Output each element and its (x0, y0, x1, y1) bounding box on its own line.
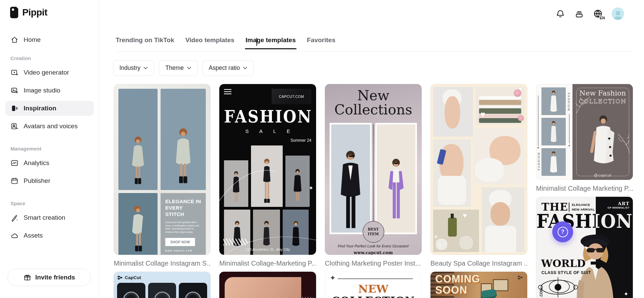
heart-icon: ♥ (480, 110, 485, 119)
invite-friends-label: Invite friends (35, 274, 75, 281)
sidebar-item-video-generator[interactable]: Video generator (5, 65, 94, 80)
capcut-brand: CapCut (117, 275, 207, 280)
template-title: Minimalist Collage Instagram S... (114, 255, 211, 272)
help-button[interactable]: ? (552, 221, 573, 242)
template-title: Minimalist Collage Marketing P... (536, 180, 633, 197)
language-button[interactable]: EN (593, 8, 604, 19)
sidebar-item-label: Assets (24, 232, 43, 239)
eye-line-art (538, 277, 578, 297)
sidebar-item-label: Analytics (24, 159, 49, 167)
dashboard-tiles (117, 283, 207, 298)
gauge-graphic (185, 292, 201, 298)
notifications-button[interactable] (555, 8, 566, 19)
art-line2: OF MINIMALIST (608, 206, 629, 209)
sidebar-item-analytics[interactable]: Analytics (5, 156, 94, 170)
tab-favorites[interactable]: Favorites (307, 36, 335, 49)
grid-column-2: CAPCUT.COM FASHION S A L E Summer 24 (219, 84, 316, 298)
poster-address: 123 Anywhere St., Any City (219, 247, 316, 251)
poster-photo (118, 193, 158, 255)
poster-photo (251, 145, 283, 207)
sidebar-section-management: Management (10, 146, 94, 152)
poster-world: WORLD (541, 258, 586, 269)
sidebar-item-image-studio[interactable]: Image studio (5, 83, 94, 98)
content-tabs: Trending on TikTok Video templates Image… (116, 36, 335, 49)
tab-video-templates[interactable]: Video templates (185, 36, 234, 49)
sparkle-icon: ✦ (434, 234, 438, 240)
model-figure (583, 114, 623, 178)
poster-season: Summer 24 (224, 138, 311, 143)
inspiration-icon (10, 104, 19, 112)
poster-photo (375, 123, 417, 234)
app-name: Pippit (22, 7, 47, 18)
template-card-coming-soon[interactable]: COMING SOON (430, 272, 527, 298)
soon-line: SOON (435, 285, 480, 296)
divider-line (338, 278, 413, 279)
chevron-down-icon (187, 66, 191, 70)
avatar[interactable] (612, 7, 624, 20)
app-logo[interactable]: Pippit (10, 7, 47, 18)
model-figure (546, 89, 561, 115)
poster-photo (433, 139, 471, 207)
sparkle-icon: ✦ (309, 185, 313, 192)
sidebar-item-assets[interactable]: Assets (5, 228, 94, 243)
sidebar-item-smart-creation[interactable]: Smart creation (5, 210, 94, 225)
divider-line (569, 114, 569, 143)
poster-photo (225, 277, 301, 298)
poster-site: www.capcut.com (165, 249, 201, 252)
filter-label: Aspect ratio (209, 64, 240, 72)
drafts-button[interactable] (574, 8, 585, 19)
wall-frame (493, 279, 508, 291)
topbar-actions: EN (555, 7, 624, 20)
sidebar-item-home[interactable]: Home (5, 32, 94, 47)
model-figure (382, 152, 410, 233)
poster-headline: FASHION (536, 210, 633, 233)
sidebar-item-inspiration[interactable]: Inspiration (5, 101, 94, 116)
poster-headline-line1: NEW (325, 282, 422, 295)
model-figure (290, 166, 305, 207)
poster-photo (117, 283, 145, 298)
tab-trending-on-tiktok[interactable]: Trending on TikTok (116, 36, 174, 49)
poster-headline-line2: Collections (325, 103, 422, 117)
grid-column-1: ELEGANCE IN EVERY STITCH Unlock your inn… (114, 84, 211, 298)
poster-photo (148, 283, 176, 298)
poster-photo (285, 156, 310, 207)
poster-handle: @capcut (572, 173, 633, 177)
template-card-fashion-magazine[interactable]: THE ELEGANCE NEW ARRIVAL ART OF MINIMALI… (536, 197, 633, 298)
sidebar-item-publisher[interactable]: Publisher (5, 173, 94, 188)
home-icon (10, 36, 19, 44)
poster-photo-strip: FASHION FASHION ✦ ✦ (536, 84, 572, 180)
text-cursor (256, 38, 257, 46)
template-card-lips-beauty[interactable] (219, 272, 316, 298)
assets-cloud-icon (10, 232, 19, 240)
tabs-divider (116, 51, 633, 52)
poster-headline: COMING SOON (435, 274, 480, 296)
sidebar-item-label: Image studio (24, 87, 60, 94)
sidebar-item-label: Smart creation (24, 214, 65, 221)
sparkle-icon: ✦ (439, 243, 442, 248)
template-card-minimalist-collage-instagram[interactable]: ELEGANCE IN EVERY STITCH Unlock your inn… (114, 84, 211, 255)
tab-image-templates[interactable]: Image templates (246, 36, 296, 49)
template-title: Beauty Spa Collage Instagram ... (430, 255, 527, 272)
template-card-new-collections[interactable]: New Collections BEST ITEM Find Your Pe (325, 84, 422, 255)
template-card-fashion-sale[interactable]: CAPCUT.COM FASHION S A L E Summer 24 (219, 84, 316, 255)
filter-bar: Industry Theme Aspect ratio (113, 60, 254, 76)
filter-industry[interactable]: Industry (113, 60, 154, 76)
poster-photo (541, 118, 566, 145)
poster-headline: New Fashion (572, 89, 633, 97)
poster-photo-row (330, 123, 417, 234)
dot-pattern (301, 296, 313, 298)
avatars-icon (10, 122, 19, 130)
sparkle-icon: ✦ (568, 144, 570, 147)
filter-theme[interactable]: Theme (159, 60, 197, 76)
template-card-capcut-dashboard-collage[interactable]: CapCut (114, 272, 211, 298)
grid-column-4: ♥ ♥ ✦ ✦ ✦ Beauty Spa Collage Instagram .… (430, 84, 527, 298)
invite-friends-button[interactable]: Invite friends (7, 269, 91, 286)
sidebar-item-avatars-and-voices[interactable]: Avatars and voices (5, 119, 94, 134)
menu-icon (224, 89, 232, 95)
language-code: EN (599, 16, 605, 20)
template-card-new-fashion-collection[interactable]: FASHION FASHION ✦ ✦ New Fashion COLLECTI… (536, 84, 633, 180)
template-card-beauty-spa-collage[interactable]: ♥ ♥ ✦ ✦ ✦ (430, 84, 527, 255)
filter-aspect-ratio[interactable]: Aspect ratio (202, 60, 254, 76)
poster-headline: New Collections (325, 89, 422, 117)
template-card-new-collection-minimal[interactable]: ✦ NEW COLLECTION (325, 272, 422, 298)
